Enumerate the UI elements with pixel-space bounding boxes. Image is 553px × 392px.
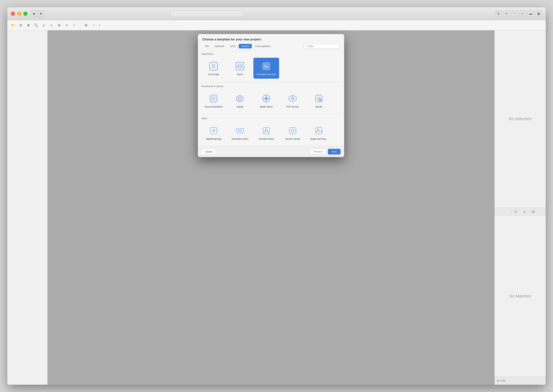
left-sidebar: [7, 30, 48, 385]
modal-body: Application: [198, 51, 344, 146]
toolbar: 📁 ⊟ ⊞ 🔍 ⚠ ◇ ⊟ ⊂ □ ⊞ ‹ ›: [7, 20, 546, 30]
right-panel-tabs: 📄 {} ⊙ ⊞: [495, 208, 546, 216]
template-cocoa-framework[interactable]: Cocoa Framework: [201, 90, 226, 111]
command-line-icon: [261, 61, 271, 71]
stop-button[interactable]: ■: [38, 10, 44, 17]
code-tab-icon[interactable]: {}: [513, 209, 518, 214]
automator-label: Automator Action: [231, 138, 248, 140]
platform-tabs: iOS watchOS tvOS macOS Cross-platform ⊙: [202, 44, 340, 49]
generic-kernel-label: Generic Kernel: [285, 138, 300, 140]
modal-title: Choose a template for your new project:: [202, 38, 340, 41]
xpc-service-label: XPC Service: [286, 105, 299, 108]
run-button[interactable]: ▶: [31, 10, 38, 17]
diamond-icon[interactable]: ◇: [49, 22, 54, 28]
template-contacts-action[interactable]: Contacts Action: [253, 122, 279, 143]
game-label: Game: [237, 73, 243, 76]
svg-point-4: [241, 66, 242, 67]
file-tab-icon[interactable]: 📄: [504, 209, 510, 214]
back-arrow[interactable]: ‹: [91, 22, 96, 28]
main-content: Choose a template for your new project: …: [7, 30, 546, 385]
close-button[interactable]: [11, 12, 15, 16]
template-xpc-service[interactable]: XPC Service: [280, 90, 305, 111]
other-grid: AppleScript App: [198, 121, 344, 146]
divider-framework-other: [201, 114, 341, 115]
layout-tab-icon[interactable]: ⊞: [531, 209, 536, 214]
template-bundle[interactable]: Bundle: [306, 90, 332, 111]
template-library[interactable]: Library: [227, 90, 253, 111]
cocoa-app-icon: [209, 61, 219, 71]
next-button[interactable]: Next: [328, 149, 341, 154]
template-cocoa-app[interactable]: Cocoa App: [201, 58, 226, 79]
cocoa-framework-icon: [209, 93, 219, 104]
link-icon[interactable]: ⊂: [64, 22, 70, 28]
svg-marker-14: [289, 95, 296, 102]
template-applescript-app[interactable]: AppleScript App: [201, 122, 226, 143]
filter-container: ⊙: [303, 44, 340, 49]
divider-1: [80, 23, 80, 28]
cocoa-framework-label: Cocoa Framework: [205, 105, 223, 108]
maximize-button[interactable]: [23, 12, 28, 16]
svg-point-5: [241, 67, 241, 67]
search-icon[interactable]: 🔍: [33, 22, 39, 28]
modal-header: Choose a template for your new project: …: [198, 34, 344, 51]
traffic-lights: [11, 12, 28, 16]
folder-icon[interactable]: 📁: [10, 22, 16, 28]
previous-button[interactable]: Previous: [310, 149, 326, 154]
right-filter-bar: ⊞: [495, 377, 546, 385]
applescript-icon: [209, 126, 219, 136]
main-window: ▶ ■ ☰ ↺ ↔ ▭ ▬ ▦ 📁 ⊟ ⊞ 🔍 ⚠ ◇ ⊟ ⊂ □ ⊞ ‹ ›: [7, 7, 546, 385]
metal-library-label: Metal Library: [260, 105, 273, 108]
apps-icon[interactable]: ⊞: [83, 22, 89, 28]
template-command-line-tool[interactable]: Command Line Tool: [253, 58, 279, 79]
svg-point-6: [240, 66, 241, 67]
tab-tvos[interactable]: tvOS: [227, 44, 238, 49]
svg-rect-7: [262, 62, 270, 70]
application-grid: Cocoa App: [198, 56, 344, 82]
warning-icon[interactable]: ⊟: [18, 22, 23, 28]
editor-btn-1[interactable]: ☰: [495, 10, 502, 17]
editor-btn-3[interactable]: ↔: [511, 10, 518, 17]
svg-point-12: [239, 98, 241, 100]
cancel-button[interactable]: Cancel: [202, 149, 216, 154]
svg-rect-24: [316, 127, 322, 134]
divider-app-framework: [201, 82, 341, 83]
modal-footer: Cancel Previous Next: [198, 146, 344, 157]
svg-rect-9: [211, 96, 216, 101]
title-search[interactable]: [170, 10, 243, 17]
template-metal-library[interactable]: Metal Library: [253, 90, 279, 111]
table-icon[interactable]: ⊟: [56, 22, 62, 28]
framework-grid: Cocoa Framework: [198, 89, 344, 114]
right-filter-input[interactable]: [501, 379, 544, 382]
section-framework: Framework & Library: [198, 83, 344, 89]
layout-btn-2[interactable]: ▬: [527, 10, 534, 17]
library-label: Library: [237, 105, 243, 108]
tab-watchos[interactable]: watchOS: [212, 44, 227, 49]
layout-btn-1[interactable]: ▭: [519, 10, 526, 17]
filter-input[interactable]: [308, 45, 338, 48]
alert-icon[interactable]: ⚠: [41, 22, 46, 28]
tab-macos[interactable]: macOS: [239, 44, 252, 49]
layout-btn-3[interactable]: ▦: [535, 10, 542, 17]
svg-point-3: [241, 65, 241, 66]
template-generic-kernel[interactable]: Generic Kernel: [280, 122, 305, 143]
target-tab-icon[interactable]: ⊙: [522, 209, 527, 214]
no-matches-label: No Matches: [495, 216, 546, 377]
section-other: Other: [198, 115, 344, 121]
template-modal: Choose a template for your new project: …: [198, 34, 344, 157]
editor-btn-2[interactable]: ↺: [503, 10, 510, 17]
grid-icon[interactable]: ⊞: [26, 22, 31, 28]
template-automator-action[interactable]: Automator Action: [227, 122, 253, 143]
tab-crossplatform[interactable]: Cross-platform: [252, 44, 273, 49]
section-application: Application: [198, 51, 344, 56]
comment-icon[interactable]: □: [72, 22, 77, 28]
center-area: Choose a template for your new project: …: [48, 30, 495, 385]
tab-ios[interactable]: iOS: [202, 44, 211, 49]
template-game[interactable]: Game: [227, 58, 253, 79]
right-panel-bottom: 📄 {} ⊙ ⊞ No Matches ⊞: [495, 208, 546, 385]
minimize-button[interactable]: [17, 12, 21, 16]
svg-rect-19: [236, 128, 244, 133]
titlebar-right: ☰ ↺ ↔ ▭ ▬ ▦: [495, 10, 542, 17]
template-image-unit-plugin[interactable]: Image Unit Plug…: [306, 122, 332, 143]
forward-arrow[interactable]: ›: [97, 22, 102, 28]
image-unit-icon: [314, 126, 324, 136]
